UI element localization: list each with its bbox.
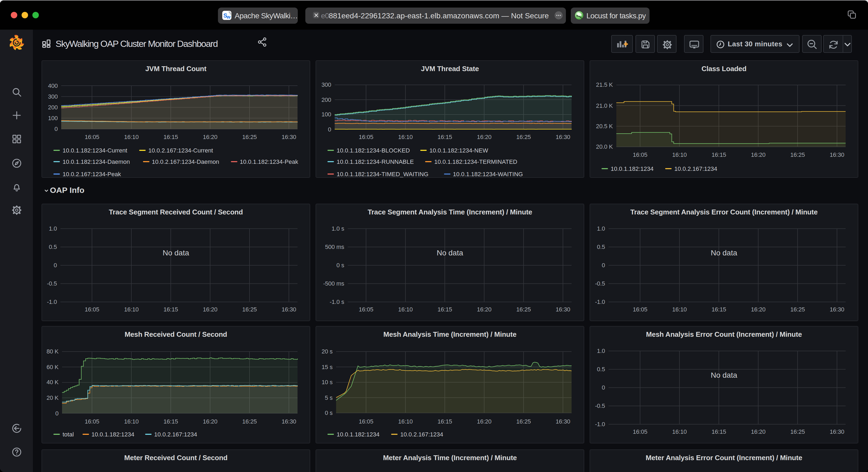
svg-text:w: w	[226, 14, 230, 20]
